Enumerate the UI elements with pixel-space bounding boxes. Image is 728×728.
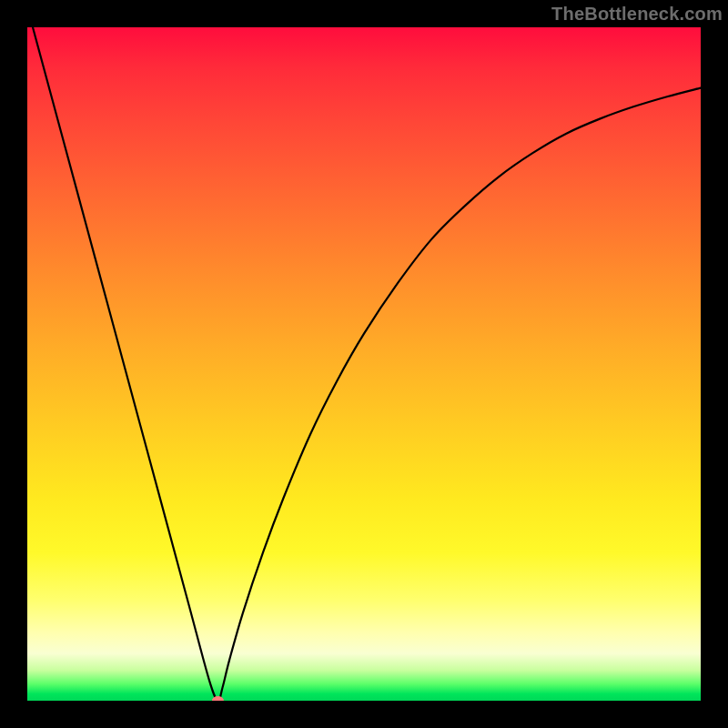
bottleneck-curve xyxy=(27,27,701,701)
chart-svg xyxy=(27,27,701,701)
plot-area xyxy=(27,27,701,701)
watermark-text: TheBottleneck.com xyxy=(551,4,723,25)
minimum-marker xyxy=(212,696,224,701)
chart-frame: TheBottleneck.com xyxy=(0,0,728,728)
